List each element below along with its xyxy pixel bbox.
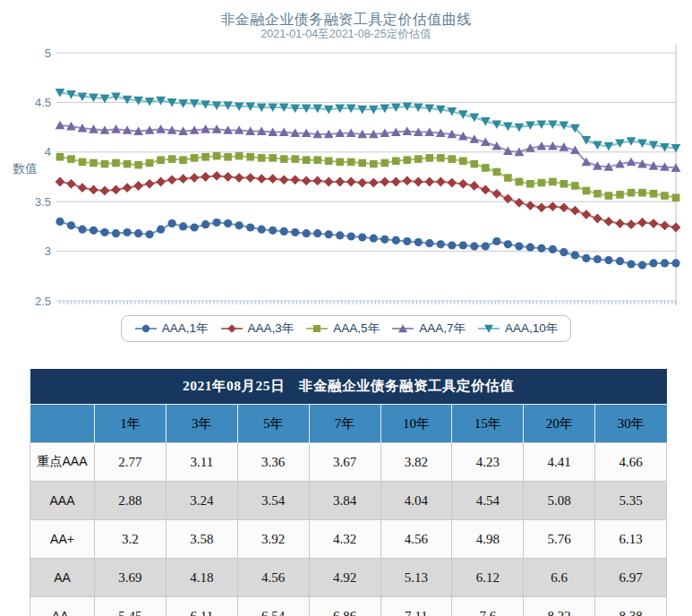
column-header: 1年 [95, 405, 167, 443]
table-cell: 6.6 [524, 559, 595, 597]
row-label: AA [30, 559, 95, 597]
table-title: 2021年08月25日 非金融企业债务融资工具定价估值 [30, 369, 667, 405]
chart-series [56, 89, 681, 153]
table-row: 重点AAA2.773.113.363.673.824.234.414.66 [30, 443, 667, 482]
y-tick-label: 3 [45, 244, 51, 258]
valuation-table: 2021年08月25日 非金融企业债务融资工具定价估值 1年3年5年7年10年1… [30, 369, 667, 616]
chart-series [56, 218, 679, 270]
table-cell: 3.82 [380, 443, 452, 482]
row-label: 重点AAA [30, 443, 95, 482]
chart-legend: AAA,1年AAA,3年AAA,5年AAA,7年AAA,10年 [121, 315, 571, 342]
table-cell: 6.13 [595, 520, 667, 559]
chart-subtitle: 2021-01-04至2021-08-25定价估值 [0, 28, 692, 41]
row-label: AA+ [30, 520, 95, 559]
table-cell: 4.56 [237, 559, 309, 597]
table-cell: 4.56 [380, 520, 452, 559]
circle-legend-marker-icon [134, 323, 158, 334]
table-cell: 5.76 [524, 520, 595, 559]
triangle-down-legend-marker-icon [477, 323, 500, 334]
table-cell: 4.41 [524, 443, 595, 482]
column-header: 20年 [524, 405, 595, 443]
legend-label: AAA,7年 [419, 321, 466, 337]
legend-row: AAA,1年AAA,3年AAA,5年AAA,7年AAA,10年 [0, 315, 692, 342]
table-cell: 4.98 [452, 520, 524, 559]
table-cell: 3.67 [309, 443, 380, 482]
table-cell: 6.11 [166, 597, 237, 616]
legend-item: AAA,5年 [305, 321, 380, 337]
diamond-legend-marker-icon [220, 323, 243, 334]
table-section: 2021年08月25日 非金融企业债务融资工具定价估值 1年3年5年7年10年1… [30, 369, 692, 616]
table-cell: 7.11 [380, 597, 452, 616]
table-cell: 7.6 [452, 597, 524, 616]
y-tick-label: 5 [45, 47, 51, 60]
table-row: AA3.694.184.564.925.136.126.66.97 [30, 559, 667, 597]
report-page: 非金融企业债务融资工具定价估值曲线 2021-01-04至2021-08-25定… [0, 11, 692, 616]
table-cell: 3.36 [237, 443, 309, 482]
row-label: AA- [30, 597, 95, 616]
square-legend-marker-icon [305, 323, 329, 334]
table-cell: 6.97 [595, 559, 667, 597]
column-header: 15年 [452, 405, 524, 443]
table-cell: 4.23 [452, 443, 524, 482]
column-header: 5年 [237, 405, 309, 443]
table-cell: 4.92 [309, 559, 380, 597]
triangle-up-legend-marker-icon [391, 323, 414, 334]
column-header: 7年 [309, 405, 380, 443]
valuation-line-chart: 54.543.532.5 [0, 43, 692, 312]
table-cell: 8.38 [595, 597, 667, 616]
table-cell: 4.66 [595, 443, 667, 482]
legend-label: AAA,1年 [162, 321, 209, 337]
table-cell: 6.86 [309, 597, 380, 616]
table-row: AA+3.23.583.924.324.564.985.766.13 [30, 520, 667, 559]
table-cell: 5.13 [380, 559, 452, 597]
column-header: 30年 [595, 405, 667, 443]
y-axis-title: 数值 [13, 161, 38, 177]
table-cell: 3.69 [95, 559, 167, 597]
table-cell: 6.54 [237, 597, 309, 616]
table-cell: 3.84 [309, 482, 380, 520]
table-cell: 3.11 [166, 443, 237, 482]
column-header: 10年 [380, 405, 452, 443]
column-header-blank [30, 405, 95, 443]
row-label: AAA [30, 482, 95, 520]
y-tick-label: 2.5 [35, 295, 51, 308]
table-row: AAA2.883.243.543.844.044.545.085.35 [30, 482, 667, 520]
legend-item: AAA,1年 [134, 321, 209, 337]
y-tick-label: 4.5 [35, 96, 51, 109]
y-tick-label: 3.5 [35, 195, 51, 209]
table-cell: 3.58 [166, 520, 237, 559]
table-row: AA-5.456.116.546.867.117.68.228.38 [30, 597, 667, 616]
table-cell: 3.92 [237, 520, 309, 559]
table-cell: 2.77 [95, 443, 167, 482]
table-cell: 5.45 [95, 597, 167, 616]
legend-label: AAA,3年 [248, 321, 295, 337]
plot-area: 数值 54.543.532.5 [0, 43, 692, 312]
table-cell: 5.08 [524, 482, 595, 520]
legend-item: AAA,3年 [220, 321, 295, 337]
y-tick-label: 4 [45, 145, 51, 158]
table-cell: 3.2 [95, 520, 167, 559]
table-cell: 3.24 [166, 482, 237, 520]
table-cell: 2.88 [95, 482, 167, 520]
table-cell: 4.32 [309, 520, 380, 559]
chart-title: 非金融企业债务融资工具定价估值曲线 [0, 11, 692, 28]
legend-item: AAA,7年 [391, 321, 466, 337]
table-cell: 4.54 [452, 482, 524, 520]
chart-section: 非金融企业债务融资工具定价估值曲线 2021-01-04至2021-08-25定… [0, 11, 692, 342]
legend-item: AAA,10年 [477, 321, 558, 337]
legend-label: AAA,5年 [333, 321, 380, 337]
table-cell: 6.12 [452, 559, 524, 597]
table-cell: 3.54 [237, 482, 309, 520]
column-header: 3年 [166, 405, 237, 443]
table-cell: 4.18 [166, 559, 237, 597]
table-cell: 4.04 [380, 482, 452, 520]
table-cell: 8.22 [524, 597, 595, 616]
table-cell: 5.35 [595, 482, 667, 520]
legend-label: AAA,10年 [505, 321, 558, 337]
